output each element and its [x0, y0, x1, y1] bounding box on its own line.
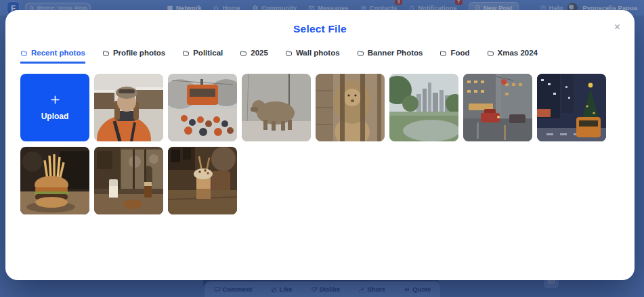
- photo-thumbnail-girl-in-snow[interactable]: [94, 74, 163, 141]
- tab-label: Profile photos: [113, 49, 165, 57]
- modal-title: Select File: [5, 10, 635, 35]
- photo-thumbnail-rainy-street[interactable]: [463, 74, 532, 141]
- photo-image: [168, 74, 237, 141]
- upload-label: Upload: [41, 112, 69, 121]
- photo-image: [463, 74, 532, 141]
- upload-button[interactable]: Upload: [20, 74, 89, 141]
- photo-image: [20, 147, 89, 214]
- photo-thumbnail-cafe-milk[interactable]: [94, 147, 163, 214]
- photo-thumbnail-caged-lion[interactable]: [316, 74, 385, 141]
- tab-banner-photos[interactable]: Banner Photos: [357, 49, 423, 64]
- folder-icon: [439, 49, 447, 57]
- tab-label: Xmas 2024: [498, 49, 538, 57]
- tab-xmas-2024[interactable]: Xmas 2024: [487, 49, 538, 64]
- photo-image: [389, 74, 458, 141]
- close-icon: [614, 23, 621, 30]
- photo-image: [168, 147, 237, 214]
- tab-label: 2025: [251, 49, 268, 57]
- photo-grid: Upload: [20, 74, 620, 214]
- tab-label: Banner Photos: [368, 49, 423, 57]
- tab-label: Food: [450, 49, 469, 57]
- photo-thumbnail-zoo-bear[interactable]: [242, 74, 311, 141]
- photo-image: [316, 74, 385, 141]
- tab-wall-photos[interactable]: Wall photos: [285, 49, 340, 64]
- photo-thumbnail-burger-fries[interactable]: [20, 147, 89, 214]
- photo-thumbnail-ski-gondola[interactable]: [168, 74, 237, 141]
- tab-recent-photos[interactable]: Recent photos: [20, 49, 85, 64]
- photo-image: [242, 74, 311, 141]
- close-button[interactable]: [612, 20, 624, 32]
- photo-image: [537, 74, 606, 141]
- photo-thumbnail-milkshake[interactable]: [168, 147, 237, 214]
- photo-image: [94, 74, 163, 141]
- folder-icon: [240, 49, 247, 57]
- plus-icon: [49, 94, 61, 106]
- photo-image: [94, 147, 163, 214]
- folder-icon: [487, 49, 494, 57]
- select-file-modal: Select File Recent photos Profile photos…: [5, 10, 635, 280]
- folder-icon: [182, 49, 190, 57]
- folder-icon: [102, 49, 110, 57]
- photo-thumbnail-city-park[interactable]: [389, 74, 458, 141]
- app-screen: F @name, !group, #tags, ... Network Home…: [0, 0, 644, 297]
- tab-profile-photos[interactable]: Profile photos: [102, 49, 165, 64]
- tab-political[interactable]: Political: [182, 49, 223, 64]
- album-tabs-bar: Recent photos Profile photos Political 2…: [20, 49, 635, 64]
- tab-label: Political: [193, 49, 223, 57]
- tab-label: Recent photos: [31, 49, 85, 57]
- folder-icon: [357, 49, 364, 57]
- photo-thumbnail-night-street-xmas[interactable]: [537, 74, 606, 141]
- tab-label: Wall photos: [296, 49, 340, 57]
- tab-2025[interactable]: 2025: [240, 49, 268, 64]
- folder-icon: [20, 49, 28, 57]
- tab-food[interactable]: Food: [439, 49, 469, 64]
- folder-icon: [285, 49, 293, 57]
